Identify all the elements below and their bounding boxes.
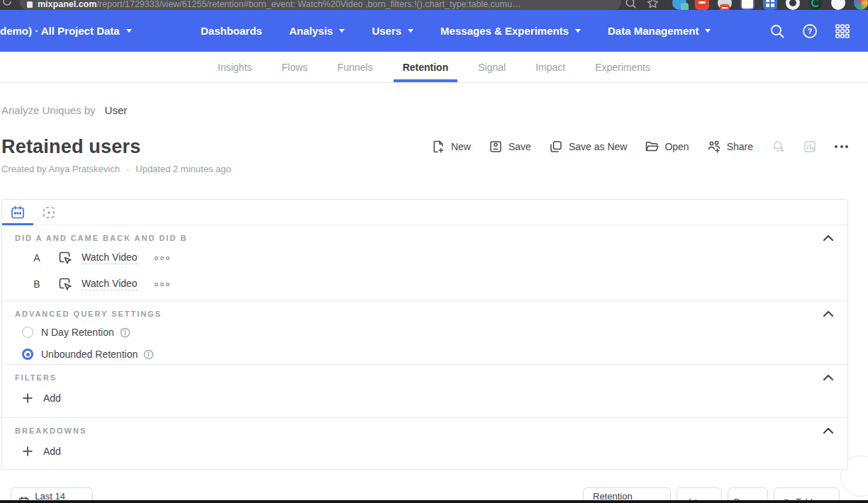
section-retention-steps: DID A AND CAME BACK AND DID B A Watch Vi… bbox=[2, 225, 847, 301]
extension-green-icon[interactable] bbox=[808, 0, 823, 10]
add-filter-button[interactable]: Add bbox=[22, 392, 833, 404]
nav-item-users[interactable]: Users bbox=[372, 25, 413, 37]
extension-sheet-icon[interactable] bbox=[763, 0, 777, 10]
browser-chrome: mixpanel.com/report/1729333/view/61255/r… bbox=[0, 0, 868, 10]
svg-text:?: ? bbox=[807, 27, 812, 35]
analyze-prefix: Analyze Uniques by bbox=[1, 104, 96, 116]
collapse-chevron-icon[interactable] bbox=[823, 375, 833, 380]
extension-record-icon[interactable] bbox=[786, 0, 800, 10]
row-options-button[interactable] bbox=[155, 256, 169, 260]
add-breakdown-button[interactable]: Add bbox=[22, 446, 833, 457]
add-to-dashboard-button[interactable] bbox=[803, 140, 817, 154]
new-button[interactable]: New bbox=[431, 140, 471, 154]
radio-selected-icon bbox=[22, 349, 33, 360]
tab-events-builder[interactable] bbox=[10, 205, 26, 220]
collapse-chevron-icon[interactable] bbox=[823, 311, 833, 317]
extension-strip bbox=[672, 0, 868, 10]
meta-separator: · bbox=[126, 164, 129, 174]
selection-frame-icon bbox=[43, 206, 55, 219]
event-click-icon[interactable] bbox=[57, 276, 73, 292]
profile-avatar[interactable] bbox=[854, 0, 868, 10]
radio-icon bbox=[22, 327, 33, 338]
section-title: DID A AND CAME BACK AND DID B bbox=[15, 234, 187, 242]
reload-icon[interactable] bbox=[1, 0, 13, 10]
calendar-query-icon bbox=[10, 205, 26, 220]
event-selector[interactable]: Watch Video bbox=[82, 278, 138, 290]
created-by: Created by Anya Pratskevich bbox=[1, 164, 120, 174]
extension-chat-icon[interactable] bbox=[672, 0, 686, 10]
tab-funnels[interactable]: Funnels bbox=[336, 52, 374, 82]
tab-signal[interactable]: Signal bbox=[477, 52, 507, 82]
save-button[interactable]: Save bbox=[489, 140, 531, 154]
event-row-a: A Watch Video bbox=[15, 247, 833, 269]
more-options-button[interactable] bbox=[835, 145, 848, 148]
save-icon bbox=[489, 140, 503, 154]
bookmark-star-icon[interactable] bbox=[646, 0, 660, 10]
extension-purple-icon[interactable] bbox=[740, 0, 755, 10]
report-meta: Created by Anya Pratskevich · Updated 2 … bbox=[1, 164, 231, 174]
section-title: BREAKDOWNS bbox=[15, 426, 87, 435]
nav-item-dashboards[interactable]: Dashboards bbox=[201, 25, 262, 37]
step-label: A bbox=[30, 252, 43, 264]
analyze-entity-selector[interactable]: User bbox=[105, 104, 128, 116]
share-button[interactable]: Share bbox=[707, 140, 753, 154]
plus-icon bbox=[22, 446, 33, 457]
extension-red-icon[interactable] bbox=[695, 0, 709, 10]
chevron-down-icon bbox=[408, 29, 413, 33]
apps-grid-icon[interactable] bbox=[834, 23, 851, 40]
open-button[interactable]: Open bbox=[645, 140, 689, 154]
row-options-button[interactable] bbox=[155, 283, 169, 286]
page-title: Retained users bbox=[1, 136, 140, 158]
tab-flows[interactable]: Flows bbox=[280, 52, 309, 82]
chevron-down-icon bbox=[575, 29, 581, 33]
collapse-chevron-icon[interactable] bbox=[823, 428, 833, 434]
radio-unbounded-retention[interactable]: Unbounded Retention bbox=[22, 346, 833, 362]
section-title: FILTERS bbox=[15, 373, 57, 382]
section-filters: FILTERS Add bbox=[2, 365, 847, 418]
collapse-chevron-icon[interactable] bbox=[823, 235, 833, 241]
share-users-icon bbox=[707, 140, 721, 154]
tab-cohort-selector[interactable] bbox=[43, 206, 55, 219]
event-click-icon[interactable] bbox=[57, 250, 73, 266]
search-icon[interactable] bbox=[769, 23, 786, 40]
plus-icon bbox=[22, 392, 33, 404]
updated-ago: Updated 2 minutes ago bbox=[135, 164, 230, 174]
bell-icon bbox=[771, 140, 785, 154]
chevron-down-icon bbox=[339, 29, 345, 33]
help-icon[interactable]: ? bbox=[801, 23, 818, 40]
analyze-row: Analyze Uniques byUser bbox=[1, 104, 127, 116]
radio-n-day-retention[interactable]: N Day Retention bbox=[22, 324, 833, 340]
nav-item-analysis[interactable]: Analysis bbox=[289, 25, 345, 37]
event-row-b: B Watch Video bbox=[15, 273, 833, 295]
info-icon[interactable] bbox=[143, 349, 154, 360]
event-selector[interactable]: Watch Video bbox=[82, 252, 138, 264]
url-bar[interactable]: mixpanel.com/report/1729333/view/61255/r… bbox=[20, 0, 621, 10]
tab-experiments[interactable]: Experiments bbox=[594, 52, 652, 82]
extension-puzzle-icon[interactable] bbox=[831, 0, 845, 10]
new-document-icon bbox=[431, 140, 445, 154]
query-builder-panel: DID A AND CAME BACK AND DID B A Watch Vi… bbox=[1, 199, 848, 470]
nav-item-messages-experiments[interactable]: Messages & Experiments bbox=[440, 25, 581, 37]
nav-item-data-management[interactable]: Data Management bbox=[608, 25, 711, 37]
nav-icons: ? bbox=[769, 10, 851, 52]
alert-bell-button[interactable] bbox=[771, 140, 785, 154]
browser-search-icon[interactable] bbox=[624, 0, 638, 10]
project-label: demo) · All Project Data bbox=[0, 25, 120, 37]
folder-open-icon bbox=[645, 140, 659, 154]
section-title: ADVANCED QUERY SETTINGS bbox=[15, 310, 162, 318]
save-as-new-button[interactable]: Save as New bbox=[549, 140, 627, 154]
tab-impact[interactable]: Impact bbox=[534, 52, 567, 82]
extension-mail-icon[interactable] bbox=[718, 0, 732, 10]
report-toolbar: New Save Save as New Open Share bbox=[431, 137, 848, 156]
info-icon[interactable] bbox=[120, 327, 130, 338]
top-nav: demo) · All Project Data Dashboards Anal… bbox=[0, 10, 868, 52]
url-path: /report/1729333/view/61255/retention#bor… bbox=[96, 0, 521, 9]
url-domain: mixpanel.com bbox=[38, 0, 96, 9]
report-tabs: Insights Flows Funnels Retention Signal … bbox=[0, 52, 868, 83]
bottom-edge-strip bbox=[0, 500, 868, 503]
chevron-down-icon bbox=[126, 29, 132, 33]
project-switcher[interactable]: demo) · All Project Data bbox=[0, 10, 132, 52]
tab-insights[interactable]: Insights bbox=[216, 52, 253, 82]
tab-retention[interactable]: Retention bbox=[401, 52, 450, 82]
step-label: B bbox=[30, 278, 43, 290]
